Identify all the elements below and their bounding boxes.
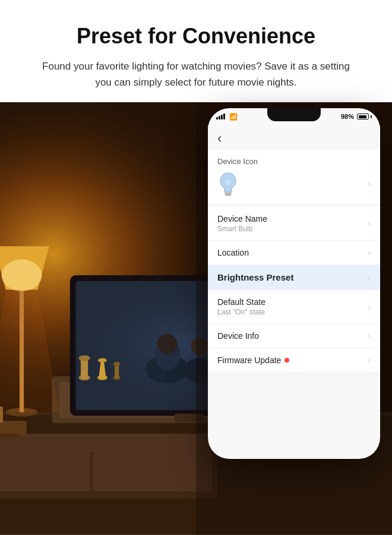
device-info-chevron: › xyxy=(368,331,371,341)
device-info-title: Device Info xyxy=(217,331,259,341)
menu-item-brightness-left: Brightness Preset xyxy=(217,272,293,282)
menu-item-default-state-left: Default State Last "On" state xyxy=(217,297,265,316)
brightness-preset-title: Brightness Preset xyxy=(217,272,293,282)
bottom-section: 📶 98% xyxy=(0,102,392,535)
location-chevron: › xyxy=(368,248,371,257)
phone-screen: ‹ Device Icon xyxy=(208,125,380,459)
firmware-update-dot xyxy=(284,358,289,363)
phone-outer: 📶 98% xyxy=(208,108,380,459)
signal-bar-2 xyxy=(219,116,220,119)
menu-item-device-name[interactable]: Device Name Smart Bulb › xyxy=(208,207,380,241)
page-title: Preset for Convenience xyxy=(24,24,368,49)
svg-point-46 xyxy=(225,180,231,185)
page-wrapper: Preset for Convenience Found your favori… xyxy=(0,0,392,535)
menu-item-device-info[interactable]: Device Info › xyxy=(208,324,380,348)
phone-mockup: 📶 98% xyxy=(208,108,380,459)
device-name-title: Device Name xyxy=(217,214,267,224)
signal-bar-1 xyxy=(216,117,218,119)
default-state-title: Default State xyxy=(217,297,265,307)
menu-item-device-name-left: Device Name Smart Bulb xyxy=(217,214,267,233)
status-left: 📶 xyxy=(216,113,238,121)
device-icon-section: Device Icon › xyxy=(208,150,380,204)
menu-item-firmware-update[interactable]: Firmware Update › xyxy=(208,348,380,373)
menu-item-location[interactable]: Location › xyxy=(208,241,380,265)
device-icon-chevron: › xyxy=(368,179,371,188)
wifi-icon: 📶 xyxy=(229,113,238,121)
page-subtitle: Found your favorite lighting for watchin… xyxy=(42,58,350,90)
default-state-chevron: › xyxy=(368,302,371,311)
menu-item-brightness-preset[interactable]: Brightness Preset › xyxy=(208,265,380,290)
svg-rect-44 xyxy=(225,192,232,194)
firmware-update-chevron: › xyxy=(368,355,371,365)
firmware-update-title: Firmware Update xyxy=(217,355,281,365)
back-button[interactable]: ‹ xyxy=(217,131,222,146)
menu-list: Device Name Smart Bulb › Location › xyxy=(208,207,380,373)
signal-bar-4 xyxy=(223,114,225,119)
menu-item-device-info-left: Device Info xyxy=(217,331,259,341)
bulb-icon xyxy=(217,171,239,197)
battery-percent: 98% xyxy=(341,113,354,120)
firmware-row: Firmware Update xyxy=(217,355,289,365)
header-section: Preset for Convenience Found your favori… xyxy=(0,0,392,102)
device-name-chevron: › xyxy=(368,219,371,228)
battery-body xyxy=(357,114,369,119)
battery-fill xyxy=(359,115,367,118)
brightness-preset-chevron: › xyxy=(368,273,371,282)
device-icon-row: › xyxy=(217,171,371,197)
default-state-subtitle: Last "On" state xyxy=(217,308,265,316)
svg-rect-45 xyxy=(225,194,231,196)
nav-bar: ‹ xyxy=(208,125,380,150)
location-title: Location xyxy=(217,248,249,257)
status-right: 98% xyxy=(341,113,372,120)
battery-indicator xyxy=(357,114,372,119)
menu-item-default-state[interactable]: Default State Last "On" state › xyxy=(208,290,380,324)
device-icon-label: Device Icon xyxy=(217,157,258,166)
device-name-subtitle: Smart Bulb xyxy=(217,225,267,233)
menu-item-location-left: Location xyxy=(217,248,249,257)
signal-bars xyxy=(216,114,225,119)
menu-item-firmware-left: Firmware Update xyxy=(217,355,289,365)
battery-tip xyxy=(371,115,372,118)
signal-bar-3 xyxy=(221,115,223,119)
phone-notch xyxy=(267,108,321,121)
